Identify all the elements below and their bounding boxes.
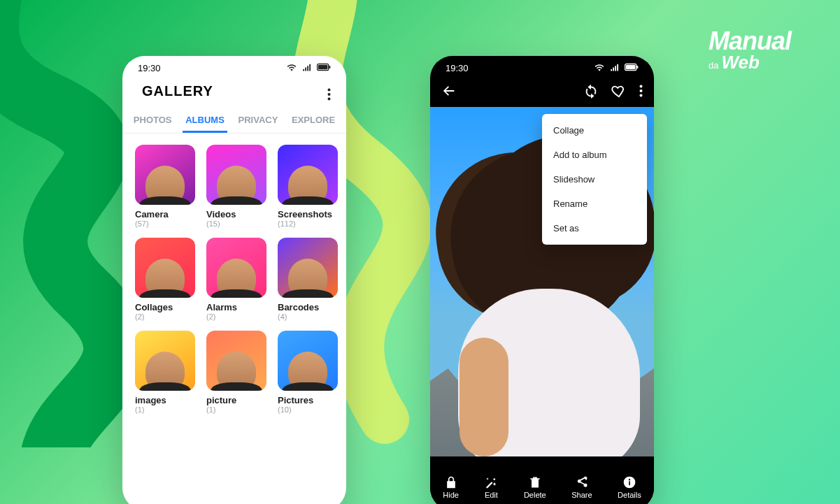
album-label: Videos [206, 209, 266, 219]
album-thumbnail [135, 238, 195, 298]
person-silhouette [145, 166, 185, 205]
person-silhouette [217, 166, 256, 205]
status-time: 19:30 [138, 63, 161, 73]
details-button[interactable]: Details [618, 475, 641, 499]
tab-explore[interactable]: EXPLORE [289, 109, 338, 133]
svg-point-10 [640, 89, 643, 92]
gallery-tabs: PHOTOSALBUMSPRIVACYEXPLORE [122, 109, 346, 134]
brand-logo: Manual daWeb [709, 27, 791, 73]
rotate-icon [583, 83, 599, 99]
photo-bottom-bar: HideEditDeleteShareDetails [430, 467, 654, 504]
album-camera[interactable]: Camera (57) [135, 145, 195, 228]
album-count: (4) [278, 312, 338, 321]
album-barcodes[interactable]: Barcodes (4) [278, 238, 338, 321]
rotate-button[interactable] [583, 83, 599, 101]
person-silhouette [217, 259, 256, 298]
person-silhouette [288, 259, 327, 298]
status-time: 19:30 [446, 63, 469, 73]
svg-rect-7 [626, 65, 635, 70]
album-label: Alarms [206, 302, 266, 312]
album-thumbnail [278, 331, 338, 391]
album-label: images [135, 395, 195, 405]
button-label: Edit [485, 491, 498, 499]
svg-point-11 [640, 94, 643, 97]
back-button[interactable] [441, 83, 457, 101]
share-icon [575, 475, 589, 489]
menu-item-slideshow[interactable]: Slideshow [542, 167, 647, 192]
menu-item-set-as[interactable]: Set as [542, 216, 647, 240]
status-icons [592, 63, 639, 73]
album-count: (1) [206, 405, 266, 414]
album-thumbnail [206, 145, 266, 205]
person-silhouette [217, 352, 256, 391]
album-alarms[interactable]: Alarms (2) [206, 238, 266, 321]
battery-icon [625, 63, 639, 71]
album-screenshots[interactable]: Screenshots (112) [278, 145, 338, 228]
album-label: Barcodes [278, 302, 338, 312]
button-label: Share [571, 491, 592, 499]
gallery-title: GALLERY [122, 76, 346, 109]
album-label: picture [206, 395, 266, 405]
heart-icon [611, 83, 627, 99]
button-label: Hide [443, 491, 459, 499]
favorite-button[interactable] [611, 83, 627, 101]
album-pictures[interactable]: Pictures (10) [278, 331, 338, 414]
menu-item-add-to-album[interactable]: Add to album [542, 143, 647, 167]
person-silhouette [145, 352, 185, 391]
battery-icon [317, 63, 331, 71]
person-silhouette [288, 166, 327, 205]
info-icon [622, 475, 636, 489]
hide-button[interactable]: Hide [443, 475, 459, 499]
album-count: (2) [206, 312, 266, 321]
album-images[interactable]: images (1) [135, 331, 195, 414]
svg-point-3 [328, 89, 331, 92]
status-bar: 19:30 [430, 56, 654, 76]
delete-button[interactable]: Delete [524, 475, 546, 499]
tab-albums[interactable]: ALBUMS [183, 109, 227, 133]
tab-privacy[interactable]: PRIVACY [236, 109, 281, 133]
svg-rect-1 [318, 65, 327, 70]
more-vertical-icon [327, 88, 331, 101]
svg-point-5 [328, 98, 331, 101]
album-count: (10) [278, 405, 338, 414]
album-label: Camera [135, 209, 195, 219]
wand-icon [484, 475, 498, 489]
button-label: Delete [524, 491, 546, 499]
edit-button[interactable]: Edit [484, 475, 498, 499]
album-count: (57) [135, 219, 195, 228]
album-count: (112) [278, 219, 338, 228]
status-bar: 19:30 [122, 56, 346, 76]
album-videos[interactable]: Videos (15) [206, 145, 266, 228]
lock-icon [444, 475, 458, 489]
photo-viewer[interactable]: CollageAdd to albumSlideshowRenameSet as [430, 107, 654, 456]
album-thumbnail [206, 238, 266, 298]
status-icons [284, 63, 331, 73]
album-picture[interactable]: picture (1) [206, 331, 266, 414]
phone-photo-detail: 19:30 [430, 56, 654, 504]
album-count: (2) [135, 312, 195, 321]
svg-point-14 [629, 479, 630, 480]
phone-gallery: 19:30 GALLERY PHOTOSALBUMSPRIVACYEXPLORE… [122, 56, 346, 504]
person-silhouette [145, 259, 185, 298]
arrow-left-icon [441, 83, 457, 99]
album-count: (15) [206, 219, 266, 228]
tab-photos[interactable]: PHOTOS [131, 109, 175, 133]
svg-rect-13 [629, 481, 630, 485]
menu-item-collage[interactable]: Collage [542, 118, 647, 143]
album-label: Pictures [278, 395, 338, 405]
album-label: Collages [135, 302, 195, 312]
svg-rect-8 [636, 66, 638, 69]
menu-item-rename[interactable]: Rename [542, 192, 647, 216]
svg-point-9 [640, 85, 643, 88]
album-count: (1) [135, 405, 195, 414]
photo-subject [460, 338, 508, 456]
more-options-button[interactable] [639, 85, 643, 100]
album-label: Screenshots [278, 209, 338, 219]
svg-point-4 [328, 93, 331, 96]
person-silhouette [288, 352, 327, 391]
album-thumbnail [278, 238, 338, 298]
more-options-button[interactable] [327, 88, 331, 104]
album-collages[interactable]: Collages (2) [135, 238, 195, 321]
share-button[interactable]: Share [571, 475, 592, 499]
album-thumbnail [206, 331, 266, 391]
